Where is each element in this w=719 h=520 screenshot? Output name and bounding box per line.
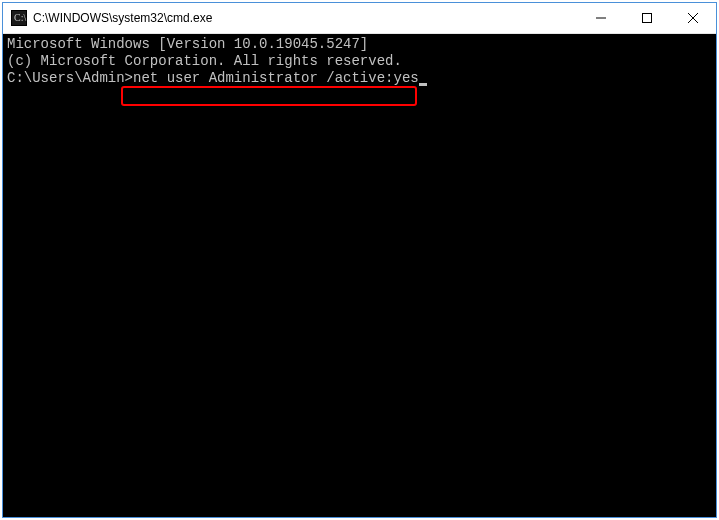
copyright-line: (c) Microsoft Corporation. All rights re… xyxy=(7,53,712,70)
highlight-annotation xyxy=(121,86,417,106)
prompt-text: C:\Users\Admin> xyxy=(7,70,133,86)
cmd-window: C:\ C:\WINDOWS\system32\cmd.exe Microsof… xyxy=(2,2,717,518)
svg-rect-4 xyxy=(643,14,652,23)
maximize-button[interactable] xyxy=(624,3,670,33)
version-line: Microsoft Windows [Version 10.0.19045.52… xyxy=(7,36,712,53)
close-button[interactable] xyxy=(670,3,716,33)
console-area[interactable]: Microsoft Windows [Version 10.0.19045.52… xyxy=(3,34,716,517)
window-title: C:\WINDOWS\system32\cmd.exe xyxy=(33,11,578,25)
minimize-button[interactable] xyxy=(578,3,624,33)
cmd-icon: C:\ xyxy=(11,10,27,26)
svg-text:C:\: C:\ xyxy=(14,12,26,23)
cursor xyxy=(419,83,427,86)
command-text: net user Administrator /active:yes xyxy=(133,70,419,86)
prompt-line: C:\Users\Admin>net user Administrator /a… xyxy=(7,70,712,87)
window-controls xyxy=(578,3,716,33)
titlebar[interactable]: C:\ C:\WINDOWS\system32\cmd.exe xyxy=(3,3,716,34)
